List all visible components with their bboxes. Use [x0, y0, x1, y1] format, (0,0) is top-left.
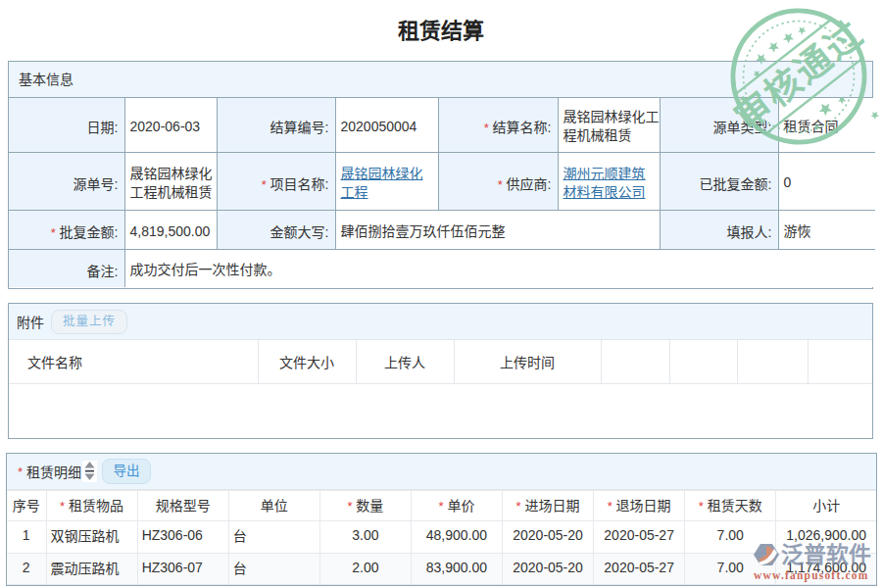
svg-text:泛普软件: 泛普软件: [781, 542, 871, 567]
svg-text:www.fanpusoft.com: www.fanpusoft.com: [754, 569, 869, 582]
